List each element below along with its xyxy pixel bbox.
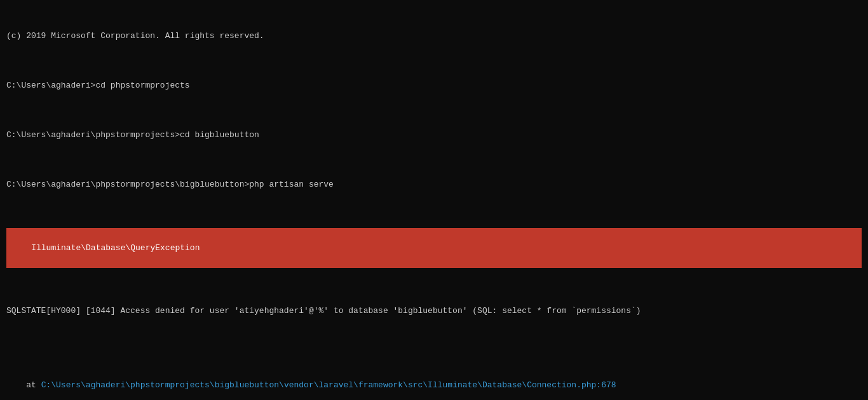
at-prefix: at [26,380,41,390]
terminal-window: (c) 2019 Microsoft Corporation. All righ… [6,5,862,400]
copyright-line: (c) 2019 Microsoft Corporation. All righ… [6,30,862,43]
sqlstate-error: SQLSTATE[HY000] [1044] Access denied for… [6,305,862,317]
php-artisan-serve-cmd: C:\Users\aghaderi\phpstormprojects\bigbl… [6,178,862,191]
exception-banner: Illuminate\Database\QueryException [6,228,862,268]
exception-text: Illuminate\Database\QueryException [31,243,200,253]
at-file-line: at C:\Users\aghaderi\phpstormprojects\bi… [6,367,862,401]
file-link: C:\Users\aghaderi\phpstormprojects\bigbl… [41,380,616,390]
cd-phpstorm-cmd: C:\Users\aghaderi>cd phpstormprojects [6,79,862,92]
cd-bigbluebutton-cmd: C:\Users\aghaderi\phpstormprojects>cd bi… [6,129,862,142]
